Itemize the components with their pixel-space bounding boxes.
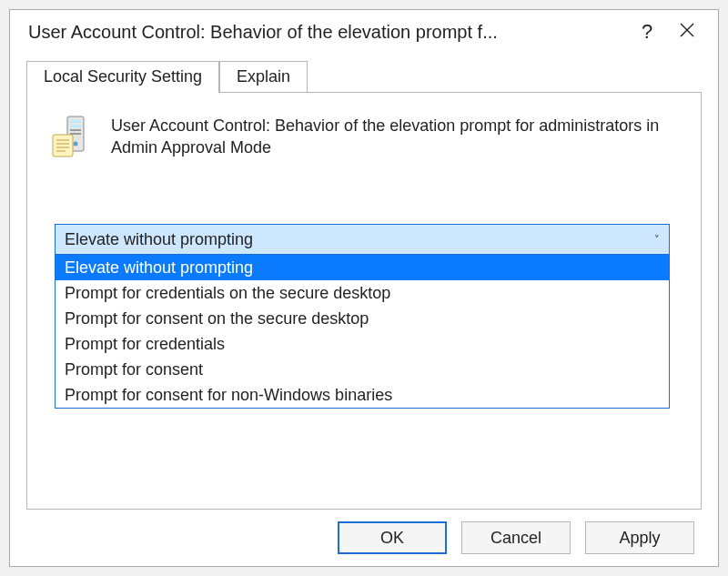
dropdown-option[interactable]: Prompt for consent for non-Windows binar… bbox=[56, 382, 669, 408]
svg-point-7 bbox=[74, 142, 78, 147]
dropdown-list: Elevate without prompting Prompt for cre… bbox=[55, 255, 670, 409]
tab-local-security-setting[interactable]: Local Security Setting bbox=[26, 61, 219, 93]
svg-rect-5 bbox=[70, 129, 81, 131]
apply-button[interactable]: Apply bbox=[585, 521, 694, 554]
svg-rect-3 bbox=[70, 120, 81, 123]
dropdown-option[interactable]: Prompt for credentials on the secure des… bbox=[56, 280, 669, 306]
svg-rect-4 bbox=[70, 125, 81, 127]
tab-container: Local Security Setting Explain bbox=[26, 59, 702, 510]
policy-description: User Account Control: Behavior of the el… bbox=[111, 113, 681, 159]
dropdown-option[interactable]: Prompt for consent bbox=[56, 357, 669, 382]
dropdown-option[interactable]: Elevate without prompting bbox=[56, 255, 669, 280]
tab-panel-local-security: User Account Control: Behavior of the el… bbox=[26, 92, 702, 510]
chevron-down-icon: ˅ bbox=[654, 234, 660, 246]
dialog-button-row: OK Cancel Apply bbox=[10, 510, 718, 566]
dropdown-selected-text: Elevate without prompting bbox=[65, 230, 253, 249]
svg-rect-8 bbox=[53, 135, 73, 157]
close-button[interactable] bbox=[667, 22, 707, 43]
ok-button[interactable]: OK bbox=[338, 521, 447, 554]
close-icon bbox=[679, 24, 695, 42]
tab-explain[interactable]: Explain bbox=[219, 61, 308, 92]
cancel-button[interactable]: Cancel bbox=[461, 521, 571, 554]
dropdown-option[interactable]: Prompt for credentials bbox=[56, 331, 669, 357]
help-button[interactable]: ? bbox=[627, 20, 667, 44]
window-title: User Account Control: Behavior of the el… bbox=[28, 22, 627, 43]
policy-header: User Account Control: Behavior of the el… bbox=[47, 113, 681, 160]
dropdown-option[interactable]: Prompt for consent on the secure desktop bbox=[56, 306, 669, 331]
security-policy-icon bbox=[47, 113, 95, 160]
tabs-row: Local Security Setting Explain bbox=[26, 59, 702, 92]
dropdown-selected[interactable]: Elevate without prompting ˅ bbox=[55, 224, 670, 255]
title-bar: User Account Control: Behavior of the el… bbox=[10, 10, 718, 54]
policy-value-dropdown[interactable]: Elevate without prompting ˅ Elevate with… bbox=[55, 224, 670, 409]
properties-dialog: User Account Control: Behavior of the el… bbox=[9, 9, 719, 567]
